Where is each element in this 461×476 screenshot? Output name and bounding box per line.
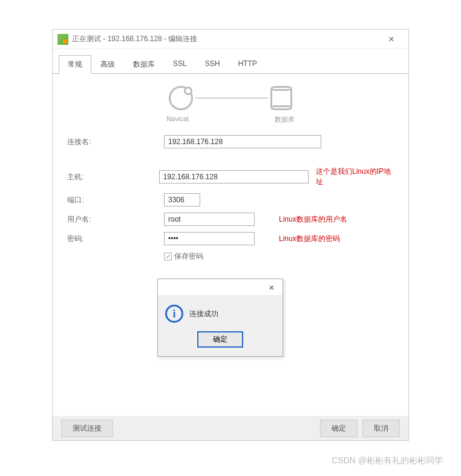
info-icon: i <box>165 305 183 323</box>
dialog-message: 连接成功 <box>189 309 218 319</box>
password-input[interactable] <box>164 232 255 245</box>
host-label: 主机: <box>67 172 159 182</box>
header-icons <box>53 86 408 110</box>
connection-editor-window: 正在测试 - 192.168.176.128 - 编辑连接 × 常规 高级 数据… <box>52 29 409 441</box>
username-label: 用户名: <box>67 214 164 225</box>
database-label: 数据库 <box>275 115 295 124</box>
tab-database[interactable]: 数据库 <box>124 55 164 74</box>
dialog-titlebar: × <box>158 279 283 296</box>
tab-advanced[interactable]: 高级 <box>91 55 124 74</box>
titlebar: 正在测试 - 192.168.176.128 - 编辑连接 × <box>53 30 408 49</box>
test-connection-button[interactable]: 测试连接 <box>61 420 113 437</box>
cancel-button[interactable]: 取消 <box>362 420 400 437</box>
host-input[interactable] <box>159 170 309 183</box>
port-input[interactable] <box>164 193 200 207</box>
app-icon <box>57 34 68 45</box>
username-note: Linux数据库的用户名 <box>279 214 347 225</box>
navicat-label: Navicat <box>166 115 189 124</box>
save-password-checkbox[interactable]: ✓ <box>164 253 172 260</box>
tab-ssl[interactable]: SSL <box>164 55 196 74</box>
port-label: 端口: <box>67 195 164 205</box>
header-labels: Navicat 数据库 <box>53 115 408 124</box>
dialog-ok-button[interactable]: 确定 <box>197 331 243 348</box>
bottombar: 测试连接 确定 取消 <box>53 416 408 440</box>
host-note: 这个是我们Linux的IP地址 <box>316 167 394 187</box>
tab-ssh[interactable]: SSH <box>196 55 229 74</box>
watermark: CSDN @彬彬有礼的彬彬同学 <box>332 455 443 466</box>
tab-http[interactable]: HTTP <box>229 55 266 74</box>
password-label: 密码: <box>67 234 164 244</box>
navicat-icon <box>169 86 193 110</box>
tabs: 常规 高级 数据库 SSL SSH HTTP <box>59 55 408 74</box>
dialog-close-icon[interactable]: × <box>261 282 283 293</box>
form: 连接名: 主机: 这个是我们Linux的IP地址 端口: 用户名: Linux数… <box>53 135 408 262</box>
window-title: 正在测试 - 192.168.176.128 - 编辑连接 <box>72 34 379 44</box>
message-dialog: × i 连接成功 确定 <box>157 279 283 357</box>
connection-name-label: 连接名: <box>67 137 164 147</box>
close-icon[interactable]: × <box>379 30 404 48</box>
username-input[interactable] <box>164 213 255 226</box>
ok-button[interactable]: 确定 <box>320 420 358 437</box>
connection-name-input[interactable] <box>164 135 321 148</box>
database-icon <box>270 86 292 110</box>
save-password-label: 保存密码 <box>174 251 203 262</box>
password-note: Linux数据库的密码 <box>279 234 340 244</box>
tab-general[interactable]: 常规 <box>59 55 91 74</box>
connector-line-icon <box>195 98 268 99</box>
